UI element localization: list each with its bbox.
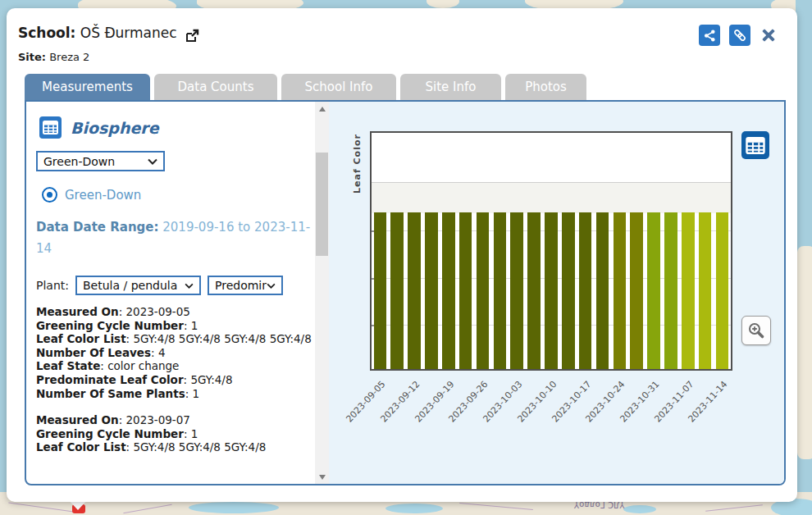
measurement-list: Measured On: 2023-09-05Greening Cycle Nu… <box>36 305 312 467</box>
y-axis-label: Leaf Color <box>352 134 363 194</box>
link-icon[interactable] <box>729 25 750 46</box>
leaf-color-bar[interactable] <box>494 212 507 369</box>
leaf-color-bar[interactable] <box>579 212 592 369</box>
scroll-up-icon[interactable] <box>315 102 329 116</box>
leaf-color-bar[interactable] <box>647 212 660 369</box>
chart-upper-band <box>372 182 731 213</box>
tab-measurements[interactable]: Measurements <box>25 74 150 100</box>
green-down-radio-row[interactable]: Green-Down <box>42 187 141 203</box>
tab-bar: MeasurementsData CountsSchool InfoSite I… <box>25 74 586 100</box>
leaf-color-chart <box>370 131 732 371</box>
leaf-color-bar[interactable] <box>459 212 472 369</box>
data-date-range: Data Date Range: 2019-09-16 to 2023-11-1… <box>36 216 313 259</box>
school-title: School: OŠ Đurmanec <box>18 25 198 42</box>
leaf-color-bar[interactable] <box>408 212 421 369</box>
biosphere-table-icon[interactable] <box>39 116 62 139</box>
site-label: Site: <box>18 51 46 63</box>
scroll-down-icon[interactable] <box>315 470 329 484</box>
measurement-record: Measured On: 2023-09-05Greening Cycle Nu… <box>36 305 312 400</box>
leaf-color-bar[interactable] <box>716 212 729 369</box>
share-icon[interactable] <box>699 25 720 46</box>
leaf-color-bar[interactable] <box>614 212 627 369</box>
scrollbar-thumb[interactable] <box>316 153 328 256</box>
open-external-icon[interactable] <box>184 28 200 44</box>
plant-select[interactable]: Betula / pendula <box>75 276 201 295</box>
school-label: School: <box>18 25 75 41</box>
leaf-color-bar[interactable] <box>374 212 387 369</box>
leaf-color-bar[interactable] <box>545 212 558 369</box>
leaf-color-bar[interactable] <box>630 212 643 369</box>
leaf-color-bar[interactable] <box>477 212 490 369</box>
map-right-strip <box>796 0 812 515</box>
leaf-color-bar[interactable] <box>699 212 712 369</box>
leaf-color-bar[interactable] <box>442 212 455 369</box>
measurement-sidebar: Biosphere Green-Down Green-Down Data Dat… <box>26 102 313 484</box>
leaf-color-bar[interactable] <box>682 212 695 369</box>
site-popup-dialog: School: OŠ Đurmanec Site: Breza 2 <box>7 8 797 502</box>
zoom-in-icon[interactable] <box>741 316 771 345</box>
site-name: Breza 2 <box>49 51 89 63</box>
radio-label: Green-Down <box>65 188 141 203</box>
tab-data-counts[interactable]: Data Counts <box>154 74 277 100</box>
tab-school-info[interactable]: School Info <box>281 74 396 100</box>
radio-selected-icon[interactable] <box>42 187 57 203</box>
chart-panel: Leaf Color 2023-09-052023-09-122023-09-1… <box>329 102 786 484</box>
sidebar-scrollbar[interactable] <box>315 102 329 484</box>
leaf-color-bar[interactable] <box>664 212 677 369</box>
plant-label: Plant: <box>36 279 69 292</box>
tab-site-info[interactable]: Site Info <box>400 74 501 100</box>
school-name: OŠ Đurmanec <box>80 25 177 41</box>
chart-data-table-icon[interactable] <box>741 131 769 159</box>
site-title: Site: Breza 2 <box>18 51 89 63</box>
measurements-panel: Biosphere Green-Down Green-Down Data Dat… <box>25 100 786 485</box>
biosphere-title: Biosphere <box>71 119 159 137</box>
leaf-color-bar[interactable] <box>527 212 541 369</box>
leaf-color-bar[interactable] <box>596 212 609 369</box>
close-icon[interactable] <box>760 27 776 43</box>
protocol-select[interactable]: Green-Down <box>36 151 165 171</box>
measurement-record: Measured On: 2023-09-07Greening Cycle Nu… <box>36 413 312 454</box>
tab-photos[interactable]: Photos <box>505 74 586 100</box>
leaf-color-bar[interactable] <box>510 212 523 369</box>
plant-attribute-select[interactable]: Predomina <box>208 276 283 295</box>
leaf-color-bar[interactable] <box>425 212 438 369</box>
leaf-color-bar[interactable] <box>562 212 575 369</box>
leaf-color-bar[interactable] <box>390 212 404 369</box>
